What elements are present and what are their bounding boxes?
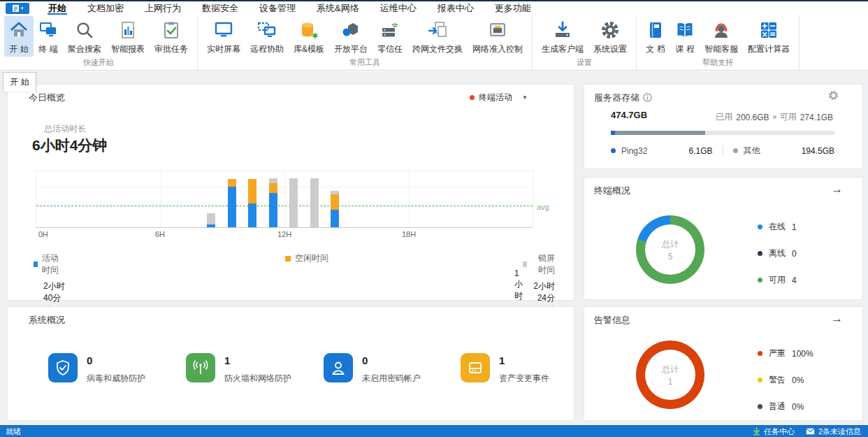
menu-item-report-center[interactable]: 报表中心 [427, 1, 484, 15]
bar-segment [331, 210, 339, 227]
storage-legend: Ping32 6.1GB 其他 194.5GB [611, 145, 834, 157]
info-icon[interactable] [643, 93, 652, 104]
red-dot-icon [758, 351, 762, 356]
status-ready-text: 就绪 [6, 427, 21, 437]
menu-item-start[interactable]: 开始 [38, 1, 77, 15]
ribbon-item-library-templates[interactable]: ✱ 库&模板 [289, 16, 329, 57]
ribbon-item-open-platform[interactable]: 开放平台 [329, 16, 372, 57]
x-tick: 6H [155, 230, 165, 238]
x-tick: 18H [402, 230, 416, 238]
blue-dot-icon [611, 148, 616, 153]
dark-dot-icon [758, 251, 762, 256]
menu-item-device-mgmt[interactable]: 设备管理 [249, 1, 306, 15]
home-icon [9, 19, 29, 41]
menu-items: 开始 文档加密 上网行为 数据安全 设备管理 系统&网络 运维中心 报表中心 更… [38, 1, 542, 15]
ribbon-group-common-tools: 实时屏幕 远程协助 ✱ 库&模板 开放平台 零信任 跨网文件交换 [198, 15, 533, 70]
terminal-overview-panel: 终端概况 → 总计5 在线1 离线0 可用4 [584, 177, 863, 300]
menu-item-ops-center[interactable]: 运维中心 [370, 1, 427, 15]
ribbon-item-config-calculator[interactable]: 配置计算器 [743, 16, 795, 57]
status-bar: 就绪 任务中心 2条未读信息 [0, 425, 868, 437]
arrow-right-icon[interactable]: → [831, 183, 843, 195]
legend-ping32: Ping32 6.1GB [611, 146, 713, 156]
menu-item-doc-encryption[interactable]: 文档加密 [77, 1, 134, 15]
ribbon-label: 系统设置 [593, 43, 627, 55]
task-center-button[interactable]: 任务中心 [753, 427, 795, 437]
legend-offline: 离线0 [758, 248, 855, 259]
ribbon-item-courses[interactable]: 课 程 [670, 16, 700, 57]
ribbon-label: 跨网文件交换 [412, 43, 463, 55]
yellow-dot-icon [758, 378, 762, 382]
tab-start[interactable]: 开 始 [3, 72, 36, 92]
ribbon-item-aggregate-search[interactable]: 聚合搜索 [63, 16, 106, 57]
ribbon-item-smart-support[interactable]: 智能客服 [700, 16, 743, 57]
storage-settings-gear-icon[interactable] [828, 90, 839, 103]
menu-item-more[interactable]: 更多功能 [484, 1, 542, 15]
ribbon-item-start[interactable]: 开 始 [4, 16, 34, 57]
ribbon-item-approval-tasks[interactable]: 审批任务 [150, 16, 193, 57]
remote-assist-icon [257, 19, 277, 41]
panel-title: 今日概览 [29, 92, 65, 104]
alarm-legend: 严重100% 警告0% 普通0% [758, 348, 855, 427]
ribbon-label: 生成客户端 [542, 43, 584, 55]
download-arrow-icon [753, 427, 760, 436]
average-line-label: avg [537, 203, 549, 211]
gray-square-icon [523, 262, 527, 267]
stat-firewall-network-protection: 1防火墙和网络防护 [186, 353, 319, 385]
dropdown-label: 终端活动 [479, 92, 512, 103]
ribbon-item-system-settings[interactable]: 系统设置 [588, 16, 632, 57]
support-agent-icon [711, 19, 731, 41]
ribbon-item-network-access-control[interactable]: 网络准入控制 [468, 16, 528, 57]
ribbon-label: 配置计算器 [748, 43, 790, 55]
search-icon [75, 19, 94, 41]
ribbon-item-smart-report[interactable]: 智能报表 [106, 16, 150, 57]
ribbon-item-terminal[interactable]: 终 端 [34, 16, 63, 57]
app-menu-button[interactable]: ▾ [6, 3, 29, 14]
average-line [36, 206, 533, 206]
user-account-icon [324, 353, 353, 382]
activity-bar-13h [310, 178, 319, 227]
svg-text:✱: ✱ [312, 31, 318, 40]
ribbon-item-cross-network-file-exchange[interactable]: 跨网文件交换 [407, 16, 468, 57]
ribbon-label: 开 始 [9, 43, 28, 55]
ribbon-label: 开放平台 [334, 43, 368, 55]
legend-critical: 严重100% [758, 348, 855, 359]
activity-bar-12h [289, 178, 298, 227]
menu-item-data-security[interactable]: 数据安全 [191, 1, 249, 15]
docs-book-icon [646, 19, 665, 41]
menu-item-system-network[interactable]: 系统&网络 [306, 1, 370, 15]
bar-segment [207, 213, 215, 224]
separator-dot-icon [773, 115, 776, 119]
top-menu-bar: ▾ 开始 文档加密 上网行为 数据安全 设备管理 系统&网络 运维中心 报表中心… [0, 0, 868, 15]
ribbon-item-zero-trust[interactable]: 零信任 [372, 16, 407, 57]
ribbon-label: 库&模板 [294, 43, 324, 55]
network-access-port-icon [488, 19, 507, 41]
stat-virus-threat-protection: 0病毒和威胁防护 [48, 353, 181, 385]
unread-messages-button[interactable]: 2条未读信息 [806, 427, 861, 437]
activity-bar-8h [207, 213, 215, 227]
terminal-activity-dropdown[interactable]: 终端活动 ▼ [470, 92, 528, 103]
ribbon-item-generate-client[interactable]: 生成客户端 [537, 16, 588, 57]
zero-trust-server-icon [380, 19, 400, 41]
menu-item-web-behavior[interactable]: 上网行为 [134, 1, 191, 15]
bar-segment [269, 183, 277, 193]
activity-plot [36, 171, 533, 228]
bar-segment [310, 178, 319, 227]
course-open-book-icon [675, 19, 695, 41]
activity-bar-10h [248, 179, 256, 227]
storage-bar-segment [705, 131, 834, 135]
bar-segment [289, 178, 298, 227]
x-tick: 12H [277, 230, 291, 238]
ribbon-item-realtime-screen[interactable]: 实时屏幕 [202, 16, 245, 57]
arrow-right-icon[interactable]: → [831, 313, 843, 324]
storage-usage-bar [611, 131, 834, 135]
ribbon-item-docs[interactable]: 文 档 [641, 16, 670, 57]
legend-other: 其他 194.5GB [733, 145, 835, 157]
stat-no-password-accounts: 0未启用密码帐户 [324, 353, 456, 385]
ribbon-item-remote-assist[interactable]: 远程协助 [245, 16, 289, 57]
alarm-donut-chart: 总计1 [636, 341, 704, 409]
ribbon-label: 零信任 [377, 43, 403, 55]
today-overview-panel: 今日概览 终端活动 ▼ 总活动时长 6小时4分钟 avg 0H 6H 12H 1… [7, 84, 574, 301]
bar-segment [248, 179, 256, 203]
panel-title: 终端概况 [594, 185, 630, 197]
activity-bar-9h [228, 179, 236, 227]
